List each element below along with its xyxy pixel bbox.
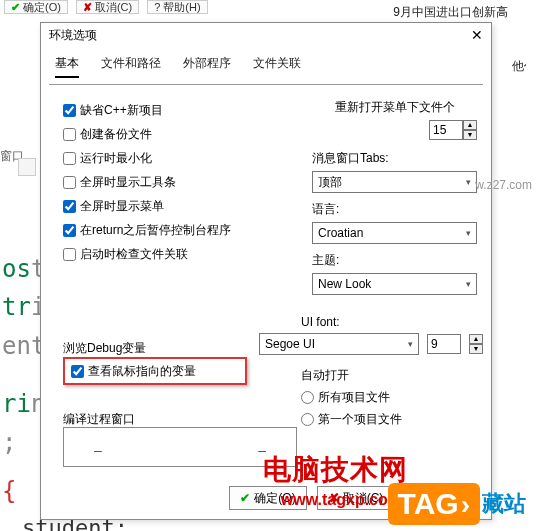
watermark-red-url: www.tagxp.com <box>281 491 402 509</box>
tab-basic[interactable]: 基本 <box>51 51 83 84</box>
chevron-down-icon: ▾ <box>466 228 471 238</box>
watch-mouse-var-label: 查看鼠标指向的变量 <box>88 363 196 380</box>
titlebar: 环境选项 ✕ <box>41 23 491 47</box>
bg-ok-button[interactable]: ✔确定(O) <box>4 0 68 14</box>
chk-pause-after-return[interactable]: 在return之后暂停控制台程序 <box>63 221 231 239</box>
watermark-tag: TAG› 藏站 <box>388 483 526 525</box>
chevron-down-icon: ▾ <box>466 279 471 289</box>
uifont-spin-down[interactable]: ▼ <box>469 344 483 354</box>
chk-fullscreen-toolbar[interactable]: 全屏时显示工具条 <box>63 173 231 191</box>
lang-label: 语言: <box>312 201 477 218</box>
uifont-spin-up[interactable]: ▲ <box>469 334 483 344</box>
dialog-title: 环境选项 <box>49 27 97 44</box>
theme-select[interactable]: New Look▾ <box>312 273 477 295</box>
theme-label: 主题: <box>312 252 477 269</box>
chevron-down-icon: ▾ <box>466 177 471 187</box>
radio-all-files[interactable]: 所有项目文件 <box>301 389 402 406</box>
check-icon: ✔ <box>240 491 250 505</box>
chk-default-cpp[interactable]: 缺省C++新项目 <box>63 101 231 119</box>
bg-help-button[interactable]: ?帮助(H) <box>147 0 207 14</box>
uifont-label: UI font: <box>301 315 340 329</box>
tab-files-paths[interactable]: 文件和路径 <box>97 51 165 84</box>
compile-window-box: – – <box>63 427 297 467</box>
autoopen-label: 自动打开 <box>301 367 402 384</box>
uifont-select[interactable]: Segoe UI▾ <box>259 333 419 355</box>
tab-file-assoc[interactable]: 文件关联 <box>249 51 305 84</box>
bg-left-icons <box>18 158 38 176</box>
chk-create-backup[interactable]: 创建备份文件 <box>63 125 231 143</box>
bg-cancel-button[interactable]: ✘取消(C) <box>76 0 139 14</box>
radio-first-file[interactable]: 第一个项目文件 <box>301 411 402 428</box>
reopen-spin-up[interactable]: ▲ <box>463 120 477 130</box>
chk-fullscreen-menu[interactable]: 全屏时显示菜单 <box>63 197 231 215</box>
watermark-z27: w.z27.com <box>475 178 532 192</box>
browse-debug-highlight: 查看鼠标指向的变量 <box>63 357 247 385</box>
msgtab-label: 消息窗口Tabs: <box>312 150 477 167</box>
compile-window-label: 编译过程窗口 <box>63 411 135 428</box>
reopen-label: 重新打开菜单下文件个 <box>312 99 477 116</box>
chk-check-assoc[interactable]: 启动时检查文件关联 <box>63 245 231 263</box>
chevron-down-icon: ▾ <box>408 339 413 349</box>
chk-watch-mouse-var[interactable] <box>71 365 84 378</box>
reopen-spin-down[interactable]: ▼ <box>463 130 477 140</box>
uifont-size-input[interactable] <box>427 334 461 354</box>
msgtab-select[interactable]: 顶部▾ <box>312 171 477 193</box>
lang-select[interactable]: Croatian▾ <box>312 222 477 244</box>
bg-news-text: 9月中国进出口创新高 <box>393 4 508 21</box>
close-icon[interactable]: ✕ <box>471 27 483 43</box>
reopen-count-input[interactable] <box>429 120 463 140</box>
watermark-red: 电脑技术网 <box>263 451 408 489</box>
chk-minimize-on-run[interactable]: 运行时最小化 <box>63 149 231 167</box>
tabstrip: 基本 文件和路径 外部程序 文件关联 <box>41 47 491 84</box>
tab-external-programs[interactable]: 外部程序 <box>179 51 235 84</box>
env-options-dialog: 环境选项 ✕ 基本 文件和路径 外部程序 文件关联 缺省C++新项目 创建备份文… <box>40 22 492 520</box>
browse-debug-label: 浏览Debug变量 <box>63 340 146 357</box>
